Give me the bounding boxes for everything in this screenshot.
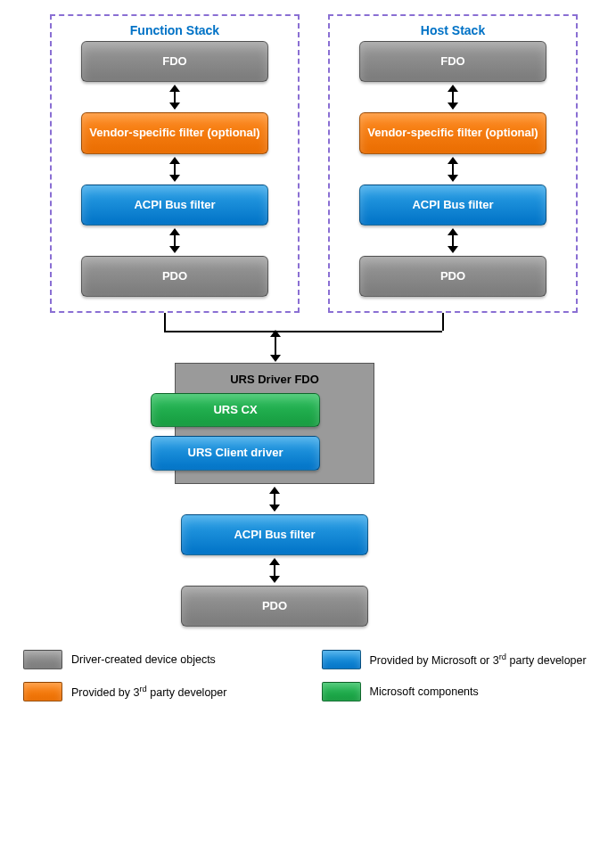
double-arrow-icon (274, 488, 275, 511)
function-vendor-filter-node: Vendor-specific filter (optional) (81, 112, 268, 153)
urs-driver-fdo-box: URS Driver FDO URS CX URS Client driver (175, 363, 374, 484)
legend-swatch-green (322, 682, 361, 701)
lower-acpi-node: ACPI Bus filter (181, 514, 368, 555)
double-arrow-icon (174, 86, 176, 109)
legend-label: Driver-created device objects (71, 653, 216, 666)
double-arrow-icon (452, 158, 454, 181)
legend-swatch-blue (322, 650, 361, 669)
join-connector (50, 313, 578, 363)
legend-swatch-orange (23, 682, 62, 701)
host-fdo-node: FDO (359, 41, 546, 82)
legend-item-orange: Provided by 3rd party developer (23, 682, 295, 701)
double-arrow-icon (174, 158, 176, 181)
function-fdo-node: FDO (81, 41, 268, 82)
lower-pdo-node: PDO (181, 586, 368, 627)
urs-box-title: URS Driver FDO (186, 373, 363, 386)
function-acpi-node: ACPI Bus filter (81, 185, 268, 226)
center-column: URS Driver FDO URS CX URS Client driver … (50, 363, 578, 627)
legend-swatch-gray (23, 650, 62, 669)
connector-line (164, 331, 442, 332)
double-arrow-icon (452, 229, 454, 252)
double-arrow-icon (452, 86, 454, 109)
double-arrow-icon (274, 559, 275, 582)
host-stack-title: Host Stack (341, 23, 565, 37)
connector-line (442, 313, 444, 331)
function-stack: Function Stack FDO Vendor-specific filte… (50, 14, 300, 313)
legend-item-blue: Provided by Microsoft or 3rd party devel… (322, 650, 594, 669)
spacer (186, 427, 363, 436)
host-acpi-node: ACPI Bus filter (359, 185, 546, 226)
double-arrow-icon (275, 331, 276, 361)
function-pdo-node: PDO (81, 256, 268, 297)
legend: Driver-created device objects Provided b… (14, 650, 602, 701)
urs-client-driver-node: URS Client driver (151, 436, 320, 470)
host-vendor-filter-node: Vendor-specific filter (optional) (359, 112, 546, 153)
connector-line (164, 313, 166, 331)
stacks-row: Function Stack FDO Vendor-specific filte… (50, 14, 602, 313)
legend-item-green: Microsoft components (322, 682, 594, 701)
legend-label: Microsoft components (370, 685, 479, 698)
host-stack: Host Stack FDO Vendor-specific filter (o… (328, 14, 578, 313)
host-pdo-node: PDO (359, 256, 546, 297)
function-stack-title: Function Stack (62, 23, 287, 37)
legend-label: Provided by 3rd party developer (71, 685, 226, 699)
double-arrow-icon (174, 229, 176, 252)
urs-cx-node: URS CX (151, 393, 320, 427)
legend-item-gray: Driver-created device objects (23, 650, 295, 669)
legend-label: Provided by Microsoft or 3rd party devel… (370, 652, 587, 667)
